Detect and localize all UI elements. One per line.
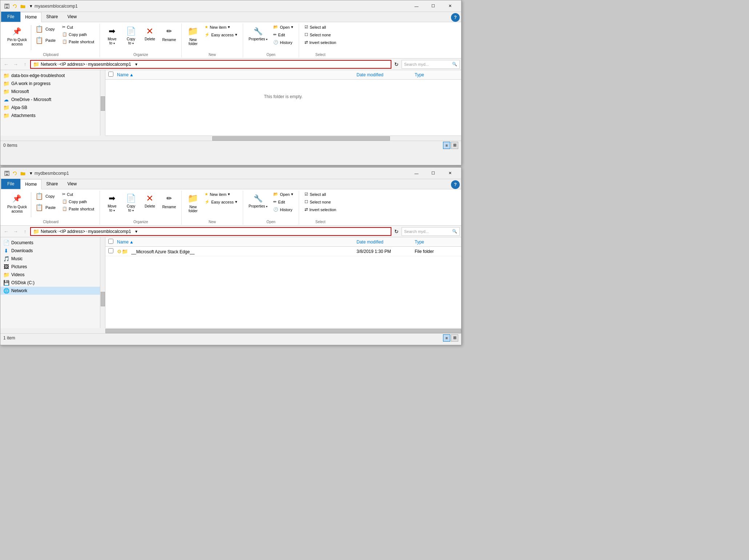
easy-access-btn-top[interactable]: ⚡ Easy access ▾ — [202, 31, 240, 38]
tab-file-bottom[interactable]: File — [1, 179, 20, 189]
rename-btn-bottom[interactable]: ✏ Rename — [160, 191, 178, 211]
details-view-btn-bottom[interactable]: ≡ — [443, 334, 450, 342]
delete-btn-top[interactable]: ✕ Delete — [141, 24, 159, 43]
maximize-btn-top[interactable]: ☐ — [425, 0, 442, 12]
nav-item-network[interactable]: 🌐 Network — [0, 287, 100, 295]
h-scrollbar-thumb-top[interactable] — [212, 136, 390, 141]
cut-btn-bottom[interactable]: ✂ Cut — [60, 191, 97, 198]
forward-btn-bottom[interactable]: → — [11, 227, 20, 236]
move-to-btn-top[interactable]: ➡ Moveto ▾ — [103, 24, 121, 47]
tab-home-bottom[interactable]: Home — [20, 179, 41, 189]
nav-item-alpa-sb[interactable]: 📁 Alpa-SB — [0, 104, 100, 112]
copy-to-btn-bottom[interactable]: 📄 Copyto ▾ — [122, 191, 140, 214]
new-item-btn-top[interactable]: ★ New item ▾ — [202, 24, 240, 31]
col-type-header-bottom[interactable]: Type — [415, 239, 458, 245]
nav-item-onedrive[interactable]: ☁ OneDrive - Microsoft — [0, 96, 100, 104]
search-box-bottom[interactable]: Search myd... 🔍 — [402, 227, 460, 236]
file-row-azure-stack[interactable]: ⚙📁 __Microsoft Azure Stack Edge__ 3/8/20… — [105, 247, 461, 256]
paste-btn-bottom[interactable]: 📋 Paste — [33, 202, 58, 213]
paste-btn-top[interactable]: 📋 Paste — [33, 35, 58, 46]
details-view-btn-top[interactable]: ≡ — [443, 142, 450, 149]
nav-item-attachments[interactable]: 📁 Attachments — [0, 112, 100, 120]
help-btn-bottom[interactable]: ? — [451, 180, 460, 189]
edit-btn-bottom[interactable]: ✏ Edit — [271, 198, 296, 205]
quick-access-save-btn-bottom[interactable] — [3, 170, 11, 177]
quick-access-undo-btn[interactable] — [11, 3, 19, 10]
history-btn-top[interactable]: 🕐 History — [271, 39, 296, 46]
copy-btn-bottom[interactable]: 📋 Copy — [33, 191, 58, 202]
pin-to-quick-access-btn-bottom[interactable]: 📌 Pin to Quickaccess — [5, 191, 29, 215]
new-item-btn-bottom[interactable]: ★ New item ▾ — [202, 191, 240, 198]
tab-view-top[interactable]: View — [63, 12, 81, 22]
maximize-btn-bottom[interactable]: ☐ — [425, 168, 442, 179]
new-folder-btn-bottom[interactable]: 📁 Newfolder — [185, 191, 201, 215]
copy-path-btn-top[interactable]: 📋 Copy path — [60, 31, 97, 38]
nav-item-downloads[interactable]: ⬇ Downloads — [0, 247, 100, 255]
close-btn-top[interactable]: ✕ — [442, 0, 458, 12]
select-all-btn-bottom[interactable]: ☑ Select all — [302, 191, 339, 198]
refresh-btn-bottom[interactable]: ↻ — [392, 227, 401, 236]
back-btn-top[interactable]: ← — [2, 60, 11, 69]
address-dropdown-bottom[interactable]: ▾ — [133, 229, 140, 234]
large-icons-view-btn-bottom[interactable]: ⊞ — [451, 334, 458, 342]
paste-shortcut-btn-top[interactable]: 📋 Paste shortcut — [60, 38, 97, 45]
open-btn-bottom[interactable]: 📂 Open ▾ — [271, 191, 296, 198]
nav-item-documents[interactable]: 📄 Documents — [0, 239, 100, 247]
h-scrollbar-bottom[interactable] — [105, 328, 461, 333]
row-checkbox-azure[interactable] — [108, 248, 113, 253]
nav-scrollbar-bottom[interactable] — [100, 237, 105, 328]
nav-item-music[interactable]: 🎵 Music — [0, 255, 100, 263]
history-btn-bottom[interactable]: 🕐 History — [271, 206, 296, 213]
col-date-header-bottom[interactable]: Date modified — [357, 239, 415, 245]
large-icons-view-btn-top[interactable]: ⊞ — [451, 142, 458, 149]
quick-access-new-folder-btn[interactable] — [19, 3, 27, 10]
select-all-btn-top[interactable]: ☑ Select all — [302, 24, 339, 31]
h-scrollbar-top[interactable] — [105, 136, 461, 141]
address-box-bottom[interactable]: 📁 Network › <IP address> › myasesmblocal… — [30, 227, 391, 236]
minimize-btn-bottom[interactable]: — — [408, 168, 425, 179]
forward-btn-top[interactable]: → — [11, 60, 20, 69]
close-btn-bottom[interactable]: ✕ — [442, 168, 458, 179]
delete-btn-bottom[interactable]: ✕ Delete — [141, 191, 159, 210]
search-box-top[interactable]: Search myd... 🔍 — [402, 60, 460, 69]
quick-access-save-btn[interactable] — [3, 3, 11, 10]
copy-btn-top[interactable]: 📋 Copy — [33, 24, 58, 35]
nav-scrollbar-thumb-top[interactable] — [101, 96, 105, 111]
back-btn-bottom[interactable]: ← — [2, 227, 11, 236]
col-name-header-top[interactable]: Name ▲ — [117, 72, 357, 77]
edit-btn-top[interactable]: ✏ Edit — [271, 31, 296, 38]
h-scrollbar-thumb-bottom[interactable] — [105, 329, 461, 333]
tab-file-top[interactable]: File — [1, 12, 20, 22]
cut-btn-top[interactable]: ✂ Cut — [60, 24, 97, 31]
nav-item-osdisk[interactable]: 💾 OSDisk (C:) — [0, 279, 100, 287]
nav-scrollbar-thumb-bottom[interactable] — [101, 292, 105, 306]
quick-access-dropdown-btn[interactable]: ▾ — [27, 3, 35, 10]
invert-selection-btn-bottom[interactable]: ⇄ Invert selection — [302, 206, 339, 213]
easy-access-btn-bottom[interactable]: ⚡ Easy access ▾ — [202, 198, 240, 205]
quick-access-new-folder-btn-bottom[interactable] — [19, 170, 27, 177]
open-btn-top[interactable]: 📂 Open ▾ — [271, 24, 296, 31]
copy-path-btn-bottom[interactable]: 📋 Copy path — [60, 198, 97, 205]
tab-share-bottom[interactable]: Share — [41, 179, 63, 189]
properties-btn-top[interactable]: 🔧 Properties ▾ — [246, 24, 270, 43]
nav-item-pictures[interactable]: 🖼 Pictures — [0, 263, 100, 271]
properties-btn-bottom[interactable]: 🔧 Properties ▾ — [246, 191, 270, 210]
rename-btn-top[interactable]: ✏ Rename — [160, 24, 178, 44]
refresh-btn-top[interactable]: ↻ — [392, 60, 401, 69]
up-btn-bottom[interactable]: ↑ — [21, 227, 29, 236]
up-btn-top[interactable]: ↑ — [21, 60, 29, 69]
select-all-checkbox-bottom[interactable] — [108, 239, 113, 244]
help-btn-top[interactable]: ? — [451, 13, 460, 22]
select-all-checkbox-top[interactable] — [108, 72, 113, 77]
select-none-btn-bottom[interactable]: ☐ Select none — [302, 198, 339, 205]
minimize-btn-top[interactable]: — — [408, 0, 425, 12]
pin-to-quick-access-btn-top[interactable]: 📌 Pin to Quickaccess — [5, 24, 29, 48]
address-box-top[interactable]: 📁 Network › <IP address> › myasesmblocal… — [30, 60, 391, 69]
select-none-btn-top[interactable]: ☐ Select none — [302, 31, 339, 38]
new-folder-btn-top[interactable]: 📁 Newfolder — [185, 24, 201, 48]
paste-shortcut-btn-bottom[interactable]: 📋 Paste shortcut — [60, 205, 97, 212]
col-date-header-top[interactable]: Date modified — [357, 72, 415, 77]
move-to-btn-bottom[interactable]: ➡ Moveto ▾ — [103, 191, 121, 214]
col-type-header-top[interactable]: Type — [415, 72, 458, 77]
nav-item-ga-work[interactable]: 📁 GA work in progress — [0, 80, 100, 88]
